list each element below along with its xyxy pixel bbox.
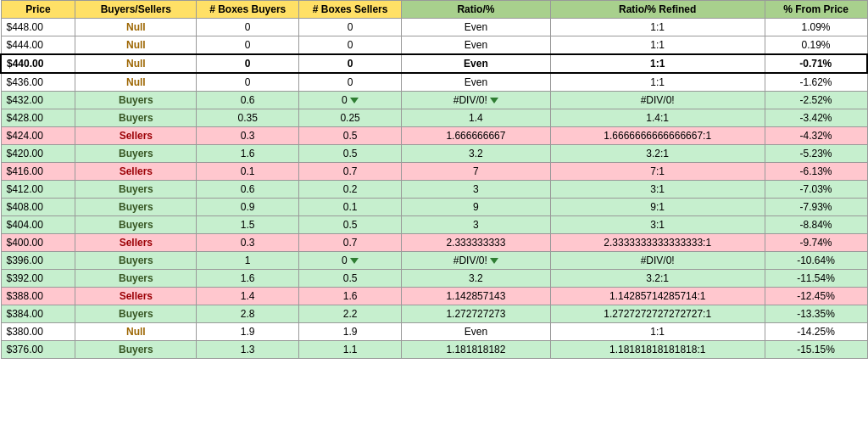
table-row: $400.00Sellers0.30.72.3333333332.3333333… bbox=[1, 234, 867, 252]
cell-price: $428.00 bbox=[1, 109, 75, 127]
cell-boxes-sellers: 0 bbox=[299, 19, 402, 36]
cell-ratio-refined: 3.2:1 bbox=[550, 270, 765, 288]
header-row: Price Buyers/Sellers # Boxes Buyers # Bo… bbox=[1, 1, 867, 19]
cell-boxes-sellers: 0.5 bbox=[299, 127, 402, 145]
cell-price: $408.00 bbox=[1, 199, 75, 216]
cell-ratio: 2.333333333 bbox=[402, 234, 551, 252]
cell-from-price: -7.03% bbox=[765, 181, 867, 199]
cell-from-price: -7.93% bbox=[765, 199, 867, 216]
cell-price: $412.00 bbox=[1, 181, 75, 199]
cell-boxes-buyers: 0.1 bbox=[197, 163, 299, 181]
cell-buyers-sellers: Buyers bbox=[75, 341, 197, 359]
cell-price: $396.00 bbox=[1, 252, 75, 270]
cell-from-price: -13.35% bbox=[765, 305, 867, 323]
cell-boxes-sellers: 0.2 bbox=[299, 181, 402, 199]
cell-boxes-buyers: 1.3 bbox=[197, 341, 299, 359]
cell-ratio: 7 bbox=[402, 163, 551, 181]
cell-ratio-refined: 1.2727272727272727:1 bbox=[550, 305, 765, 323]
cell-buyers-sellers: Buyers bbox=[75, 109, 197, 127]
cell-ratio: Even bbox=[402, 323, 551, 341]
cell-from-price: -2.52% bbox=[765, 92, 867, 109]
cell-from-price: -5.23% bbox=[765, 145, 867, 163]
cell-ratio-refined: 1:1 bbox=[550, 36, 765, 55]
cell-boxes-sellers: 2.2 bbox=[299, 305, 402, 323]
cell-from-price: 0.19% bbox=[765, 36, 867, 55]
cell-from-price: -12.45% bbox=[765, 288, 867, 305]
cell-ratio-refined: 3.2:1 bbox=[550, 145, 765, 163]
cell-from-price: 1.09% bbox=[765, 19, 867, 36]
cell-ratio: #DIV/0! bbox=[402, 92, 551, 109]
cell-ratio: 1.181818182 bbox=[402, 341, 551, 359]
cell-boxes-sellers: 0 bbox=[299, 252, 402, 270]
cell-price: $384.00 bbox=[1, 305, 75, 323]
cell-from-price: -3.42% bbox=[765, 109, 867, 127]
cell-price: $380.00 bbox=[1, 323, 75, 341]
cell-ratio-refined: 1.14285714285714:1 bbox=[550, 288, 765, 305]
cell-ratio: Even bbox=[402, 36, 551, 55]
cell-ratio-refined: 1:1 bbox=[550, 73, 765, 92]
cell-buyers-sellers: Buyers bbox=[75, 216, 197, 234]
cell-price: $416.00 bbox=[1, 163, 75, 181]
cell-ratio-refined: 1:1 bbox=[550, 19, 765, 36]
cell-price: $404.00 bbox=[1, 216, 75, 234]
cell-ratio: 1.4 bbox=[402, 109, 551, 127]
cell-boxes-sellers: 0.7 bbox=[299, 163, 402, 181]
cell-price: $392.00 bbox=[1, 270, 75, 288]
cell-buyers-sellers: Null bbox=[75, 323, 197, 341]
cell-price: $432.00 bbox=[1, 92, 75, 109]
cell-boxes-buyers: 0.3 bbox=[197, 127, 299, 145]
cell-boxes-sellers: 1.1 bbox=[299, 341, 402, 359]
cell-ratio: 3 bbox=[402, 181, 551, 199]
header-boxes-sellers: # Boxes Sellers bbox=[299, 1, 402, 19]
table-row: $404.00Buyers1.50.533:1-8.84% bbox=[1, 216, 867, 234]
cell-boxes-sellers: 0.1 bbox=[299, 199, 402, 216]
cell-buyers-sellers: Buyers bbox=[75, 181, 197, 199]
cell-boxes-buyers: 1.4 bbox=[197, 288, 299, 305]
cell-ratio: 3.2 bbox=[402, 270, 551, 288]
table-row: $436.00Null00Even1:1-1.62% bbox=[1, 73, 867, 92]
cell-from-price: -11.54% bbox=[765, 270, 867, 288]
cell-price: $424.00 bbox=[1, 127, 75, 145]
table-row: $392.00Buyers1.60.53.23.2:1-11.54% bbox=[1, 270, 867, 288]
table-row: $428.00Buyers0.350.251.41.4:1-3.42% bbox=[1, 109, 867, 127]
cell-boxes-buyers: 1.9 bbox=[197, 323, 299, 341]
cell-buyers-sellers: Buyers bbox=[75, 305, 197, 323]
cell-buyers-sellers: Null bbox=[75, 54, 197, 73]
cell-ratio: Even bbox=[402, 19, 551, 36]
cell-price: $376.00 bbox=[1, 341, 75, 359]
cell-boxes-sellers: 0.25 bbox=[299, 109, 402, 127]
header-boxes-buyers: # Boxes Buyers bbox=[197, 1, 299, 19]
data-table: Price Buyers/Sellers # Boxes Buyers # Bo… bbox=[0, 0, 868, 359]
cell-buyers-sellers: Sellers bbox=[75, 288, 197, 305]
cell-from-price: -9.74% bbox=[765, 234, 867, 252]
cell-boxes-sellers: 0 bbox=[299, 92, 402, 109]
cell-buyers-sellers: Sellers bbox=[75, 127, 197, 145]
cell-ratio-refined: 3:1 bbox=[550, 216, 765, 234]
table-row: $376.00Buyers1.31.11.1818181821.18181818… bbox=[1, 341, 867, 359]
cell-from-price: -15.15% bbox=[765, 341, 867, 359]
header-ratio-refined: Ratio/% Refined bbox=[550, 1, 765, 19]
cell-boxes-buyers: 1.6 bbox=[197, 270, 299, 288]
cell-from-price: -6.13% bbox=[765, 163, 867, 181]
cell-buyers-sellers: Buyers bbox=[75, 199, 197, 216]
table-row: $408.00Buyers0.90.199:1-7.93% bbox=[1, 199, 867, 216]
cell-buyers-sellers: Buyers bbox=[75, 145, 197, 163]
cell-boxes-buyers: 0.3 bbox=[197, 234, 299, 252]
cell-boxes-sellers: 0 bbox=[299, 73, 402, 92]
cell-ratio: 3 bbox=[402, 216, 551, 234]
header-price: Price bbox=[1, 1, 75, 19]
cell-from-price: -8.84% bbox=[765, 216, 867, 234]
cell-ratio-refined: #DIV/0! bbox=[550, 92, 765, 109]
cell-boxes-buyers: 1.5 bbox=[197, 216, 299, 234]
cell-ratio-refined: 1.18181818181818:1 bbox=[550, 341, 765, 359]
cell-boxes-buyers: 0.35 bbox=[197, 109, 299, 127]
table-row: $380.00Null1.91.9Even1:1-14.25% bbox=[1, 323, 867, 341]
cell-price: $388.00 bbox=[1, 288, 75, 305]
cell-ratio: 9 bbox=[402, 199, 551, 216]
cell-boxes-buyers: 1.6 bbox=[197, 145, 299, 163]
cell-boxes-sellers: 0.5 bbox=[299, 270, 402, 288]
cell-boxes-sellers: 1.6 bbox=[299, 288, 402, 305]
cell-ratio-refined: 1.4:1 bbox=[550, 109, 765, 127]
cell-boxes-sellers: 0 bbox=[299, 54, 402, 73]
table-body: $448.00Null00Even1:11.09%$444.00Null00Ev… bbox=[1, 19, 867, 359]
